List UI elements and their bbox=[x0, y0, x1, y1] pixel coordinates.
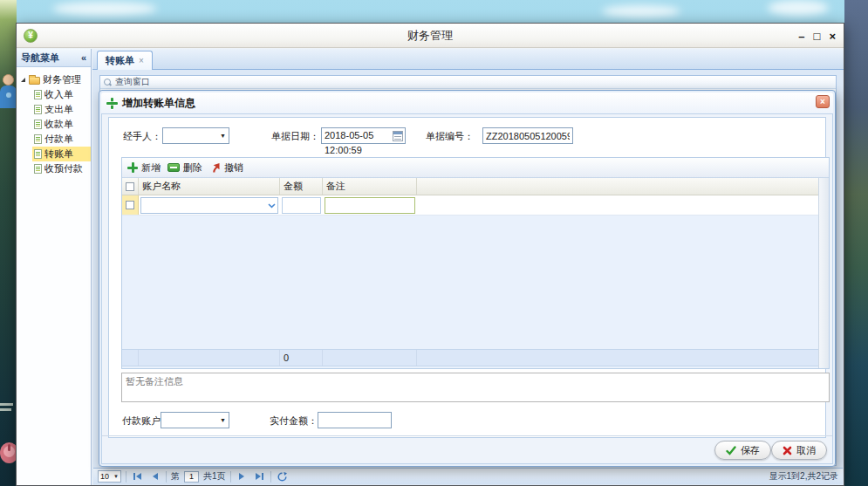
grid-add-label: 新增 bbox=[141, 161, 161, 175]
pay-amount-label: 实付金额： bbox=[270, 414, 318, 428]
sidebar-item-payment[interactable]: 付款单 bbox=[32, 132, 91, 147]
sidebar-item-prepaid[interactable]: 收预付款 bbox=[32, 161, 91, 176]
cloud-shape bbox=[768, 0, 829, 16]
chevron-down-icon: ▼ bbox=[220, 133, 226, 139]
cancel-label: 取消 bbox=[796, 444, 816, 457]
account-cell bbox=[139, 195, 280, 215]
window-titlebar: ¥ 财务管理 – □ × bbox=[17, 24, 844, 48]
screen: ¥ 财务管理 – □ × 导航菜单 « 财务管理 bbox=[0, 0, 868, 486]
tree-node-finance-root[interactable]: 财务管理 bbox=[19, 72, 91, 87]
pagination-bar: 10 ▼ 第 共1页 bbox=[93, 468, 843, 484]
row-select-cell[interactable] bbox=[122, 195, 139, 215]
dialog-body: 经手人： ▼ 单据日期： 2018-05-05 12:00:59 单据编号： bbox=[101, 113, 833, 464]
select-all-checkbox[interactable] bbox=[126, 182, 134, 191]
amount-cell bbox=[280, 195, 323, 215]
account-select[interactable] bbox=[140, 197, 278, 214]
expander-icon[interactable] bbox=[21, 78, 25, 82]
save-label: 保存 bbox=[741, 444, 760, 457]
header-fields-row: 经手人： ▼ 单据日期： 2018-05-05 12:00:59 单据编号： bbox=[109, 127, 825, 145]
grid-data-row bbox=[122, 195, 829, 216]
sidebar-title: 导航菜单 bbox=[21, 51, 59, 65]
form-panel: 经手人： ▼ 单据日期： 2018-05-05 12:00:59 单据编号： bbox=[108, 117, 826, 438]
save-button[interactable]: 保存 bbox=[714, 441, 771, 460]
summary-account-cell bbox=[139, 350, 280, 366]
grid-toolbar: 新增 删除 撤销 bbox=[122, 158, 829, 178]
tree-node-label: 财务管理 bbox=[43, 73, 81, 86]
pagination-last-button[interactable] bbox=[253, 470, 266, 483]
grid-header-row: 账户名称 金额 备注 bbox=[122, 178, 829, 195]
refresh-button[interactable] bbox=[276, 470, 289, 483]
remarks-textarea[interactable] bbox=[121, 373, 830, 402]
close-button[interactable]: × bbox=[829, 30, 836, 43]
chevron-down-icon: ▼ bbox=[220, 417, 226, 423]
minimize-button[interactable]: – bbox=[798, 30, 804, 43]
doc-no-input[interactable] bbox=[482, 127, 573, 144]
column-header-remark[interactable]: 备注 bbox=[323, 178, 417, 195]
cloud-shape bbox=[602, 5, 680, 17]
sidebar-item-receipt[interactable]: 收款单 bbox=[32, 117, 91, 132]
sidebar-item-expense[interactable]: 支出单 bbox=[32, 102, 91, 117]
amount-input[interactable] bbox=[282, 197, 321, 214]
row-checkbox[interactable] bbox=[126, 201, 134, 209]
page-number-input[interactable] bbox=[184, 471, 199, 483]
column-header-select[interactable] bbox=[122, 178, 139, 195]
grid-scrollbar[interactable] bbox=[818, 178, 829, 368]
separator bbox=[270, 471, 271, 483]
query-panel-title: 查询窗口 bbox=[115, 76, 150, 88]
grid-undo-button[interactable]: 撤销 bbox=[209, 161, 243, 175]
sidebar-collapse-icon[interactable]: « bbox=[81, 52, 86, 63]
sidebar-item-income[interactable]: 收入单 bbox=[32, 87, 91, 102]
desktop-avatar-image bbox=[0, 73, 17, 119]
watermark-text bbox=[0, 403, 13, 406]
folder-icon bbox=[29, 77, 40, 85]
document-icon bbox=[34, 105, 42, 114]
remark-cell bbox=[323, 195, 417, 215]
records-info: 显示1到2,共2记录 bbox=[769, 470, 838, 483]
date-input[interactable]: 2018-05-05 12:00:59 bbox=[321, 127, 406, 144]
dialog-button-bar: 保存 取消 bbox=[102, 435, 832, 463]
maximize-button[interactable]: □ bbox=[814, 30, 821, 43]
dialog-header: 增加转账单信息 bbox=[101, 92, 833, 113]
remark-input[interactable] bbox=[325, 197, 415, 214]
grid-delete-button[interactable]: 删除 bbox=[167, 161, 202, 175]
navigation-sidebar: 导航菜单 « 财务管理 收入单 支出单 bbox=[17, 49, 92, 485]
summary-empty-cell bbox=[417, 350, 818, 366]
tab-transfer[interactable]: 转账单 × bbox=[97, 51, 153, 70]
handler-label: 经手人： bbox=[123, 130, 161, 143]
grid-summary-row: 0 bbox=[122, 349, 818, 366]
tree-node-label: 付款单 bbox=[44, 133, 73, 146]
pagination-first-button[interactable] bbox=[131, 470, 144, 483]
column-header-account[interactable]: 账户名称 bbox=[139, 178, 280, 195]
page-total-label: 共1页 bbox=[203, 470, 226, 483]
tab-close-icon[interactable]: × bbox=[139, 56, 144, 65]
page-size-select[interactable]: 10 ▼ bbox=[98, 470, 121, 483]
tree-node-label: 支出单 bbox=[44, 103, 73, 116]
add-icon bbox=[127, 162, 138, 173]
doc-no-label: 单据编号： bbox=[426, 130, 474, 143]
handler-select[interactable]: ▼ bbox=[162, 127, 229, 144]
tree-node-label: 收款单 bbox=[44, 118, 73, 131]
pagination-next-button[interactable] bbox=[236, 470, 249, 483]
dialog-close-button[interactable]: × bbox=[816, 95, 830, 108]
document-icon bbox=[34, 120, 42, 129]
pay-amount-input[interactable] bbox=[318, 412, 392, 428]
grid-add-button[interactable]: 新增 bbox=[127, 161, 161, 175]
calendar-icon[interactable] bbox=[393, 131, 403, 141]
pay-account-select[interactable]: ▼ bbox=[161, 412, 229, 428]
summary-select-cell bbox=[122, 350, 139, 366]
page-size-value: 10 bbox=[100, 472, 109, 481]
add-icon bbox=[106, 98, 118, 109]
separator bbox=[166, 471, 167, 483]
sidebar-item-transfer[interactable]: 转账单 bbox=[32, 147, 91, 161]
chevron-down-icon bbox=[268, 203, 276, 209]
column-header-amount[interactable]: 金额 bbox=[280, 178, 323, 195]
tree-node-label: 转账单 bbox=[44, 147, 73, 161]
date-label: 单据日期： bbox=[271, 130, 319, 143]
document-icon bbox=[34, 149, 42, 159]
cancel-button[interactable]: 取消 bbox=[771, 441, 827, 460]
column-header-empty bbox=[417, 178, 829, 195]
pagination-prev-button[interactable] bbox=[148, 470, 161, 483]
grid-delete-label: 删除 bbox=[183, 161, 202, 175]
check-icon bbox=[726, 446, 736, 455]
date-value: 2018-05-05 12:00:59 bbox=[325, 130, 373, 155]
